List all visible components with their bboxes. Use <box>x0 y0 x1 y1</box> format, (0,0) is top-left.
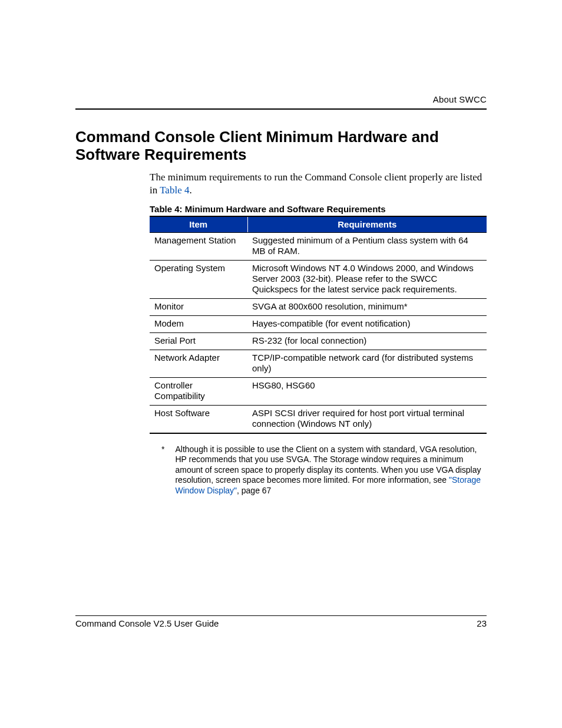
cell-requirements: SVGA at 800x600 resolution, minimum* <box>247 298 487 315</box>
table-caption: Table 4: Minimum Hardware and Software R… <box>150 204 487 215</box>
footnote-text-post: , page 67 <box>237 486 271 495</box>
cell-item: Host Software <box>150 405 247 433</box>
footnote: * Although it is possible to use the Cli… <box>150 444 487 496</box>
cell-requirements: Hayes-compatible (for event notification… <box>247 315 487 332</box>
table-row: ModemHayes-compatible (for event notific… <box>150 315 487 332</box>
cell-item: Network Adapter <box>150 350 247 377</box>
table-row: Management StationSuggested minimum of a… <box>150 232 487 260</box>
cell-requirements: Suggested minimum of a Pentium class sys… <box>247 232 487 260</box>
cell-requirements: ASPI SCSI driver required for host port … <box>247 405 487 433</box>
intro-text-pre: The minimum requirements to run the Comm… <box>150 172 482 196</box>
footnote-text-pre: Although it is possible to use the Clien… <box>175 444 481 485</box>
table-row: Controller CompatibilityHSG80, HSG60 <box>150 377 487 405</box>
footer-doc-title: Command Console V2.5 User Guide <box>75 618 219 629</box>
page-footer: Command Console V2.5 User Guide 23 <box>75 615 487 629</box>
cell-item: Operating System <box>150 260 247 298</box>
footnote-body: Although it is possible to use the Clien… <box>175 444 484 496</box>
cell-requirements: HSG80, HSG60 <box>247 377 487 405</box>
cell-requirements: Microsoft Windows NT 4.0 Windows 2000, a… <box>247 260 487 298</box>
cell-item: Serial Port <box>150 332 247 350</box>
intro-text-post: . <box>189 185 191 196</box>
column-header-requirements: Requirements <box>247 216 487 233</box>
intro-paragraph: The minimum requirements to run the Comm… <box>150 171 487 197</box>
running-header: About SWCC <box>75 94 487 110</box>
table-row: Serial PortRS-232 (for local connection) <box>150 332 487 350</box>
column-header-item: Item <box>150 216 247 233</box>
table-row: Host SoftwareASPI SCSI driver required f… <box>150 405 487 433</box>
cell-item: Monitor <box>150 298 247 315</box>
footer-page-number: 23 <box>477 618 487 629</box>
requirements-table: Item Requirements Management StationSugg… <box>150 216 487 434</box>
footnote-mark: * <box>161 444 164 496</box>
table-reference-link[interactable]: Table 4 <box>160 185 189 196</box>
table-row: Operating SystemMicrosoft Windows NT 4.0… <box>150 260 487 298</box>
table-row: Network AdapterTCP/IP-compatible network… <box>150 350 487 377</box>
cell-item: Management Station <box>150 232 247 260</box>
table-row: MonitorSVGA at 800x600 resolution, minim… <box>150 298 487 315</box>
cell-requirements: TCP/IP-compatible network card (for dist… <box>247 350 487 377</box>
running-header-text: About SWCC <box>433 94 487 104</box>
cell-item: Modem <box>150 315 247 332</box>
page-title: Command Console Client Minimum Hardware … <box>75 129 487 164</box>
cell-requirements: RS-232 (for local connection) <box>247 332 487 350</box>
cell-item: Controller Compatibility <box>150 377 247 405</box>
